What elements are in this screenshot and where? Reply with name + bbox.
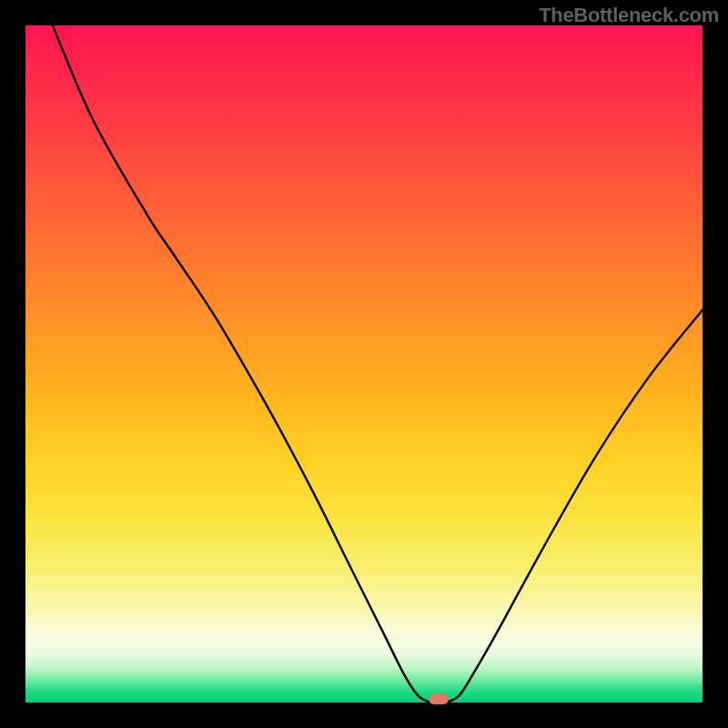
optimal-point-marker (429, 693, 449, 704)
chart-frame: TheBottleneck.com (0, 0, 728, 728)
watermark-text: TheBottleneck.com (539, 4, 719, 27)
bottleneck-curve (25, 25, 703, 703)
plot-area (25, 25, 703, 703)
